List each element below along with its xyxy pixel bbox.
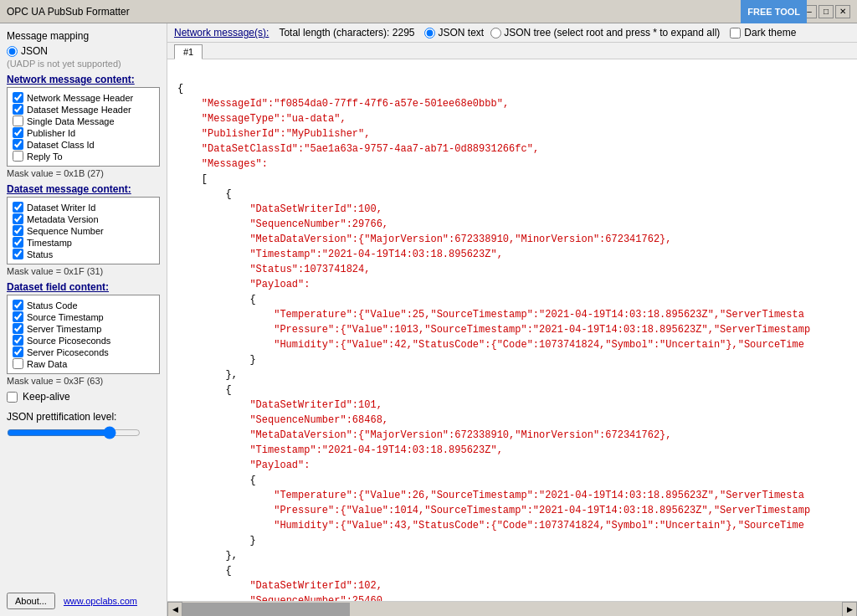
cb-publisher-id[interactable]: Publisher Id (13, 127, 154, 138)
prettification-slider[interactable] (7, 426, 141, 439)
tab-bar: #1 (167, 43, 857, 59)
website-link[interactable]: www.opclabs.com (64, 596, 137, 606)
json-radio[interactable] (7, 46, 18, 57)
network-messages-link[interactable]: Network message(s): (174, 27, 269, 38)
cb-source-picoseconds[interactable]: Source Picoseconds (13, 335, 154, 346)
hscroll-thumb[interactable] (182, 603, 350, 616)
keep-alive-row[interactable]: Keep-alive (7, 391, 160, 403)
uadp-label: (UADP is not yet supported) (7, 59, 160, 69)
dataset-field-box: Status Code Source Timestamp Server Time… (7, 295, 160, 374)
cb-network-message-header[interactable]: Network Message Header (13, 92, 154, 103)
json-radio-row[interactable]: JSON (7, 45, 160, 57)
network-message-section: Network message content: Network Message… (7, 74, 160, 178)
cb-sequence-number[interactable]: Sequence Number (13, 225, 154, 236)
titlebar-title: OPC UA PubSub Formatter (7, 6, 130, 18)
titlebar: OPC UA PubSub Formatter FREE TOOL – □ ✕ (0, 0, 857, 23)
json-text-radio[interactable] (424, 28, 435, 38)
json-tree-radio[interactable] (490, 28, 501, 38)
hscroll-track[interactable] (182, 602, 842, 617)
dataset-message-title: Dataset message content: (7, 183, 160, 195)
view-mode-group[interactable]: JSON text JSON tree (select root and pre… (424, 27, 720, 38)
json-text-radio-label[interactable]: JSON text (424, 27, 484, 38)
keep-alive-checkbox[interactable] (7, 392, 18, 403)
total-length-value: 2295 (393, 27, 415, 38)
cb-dataset-message-header[interactable]: Dataset Message Header (13, 104, 154, 115)
message-mapping-section: Message mapping JSON (UADP is not yet su… (7, 30, 160, 69)
network-message-title: Network message content: (7, 74, 160, 85)
message-mapping-label: Message mapping (7, 30, 160, 42)
prettification-section: JSON prettification level: (7, 408, 160, 445)
cb-status[interactable]: Status (13, 249, 154, 259)
left-panel: Message mapping JSON (UADP is not yet su… (0, 23, 167, 616)
cb-timestamp[interactable]: Timestamp (13, 237, 154, 248)
cb-dataset-writer-id[interactable]: Dataset Writer Id (13, 202, 154, 213)
tab-1[interactable]: #1 (174, 44, 203, 59)
content-area: { "MessageId":"f0854da0-77ff-47f6-a57e-5… (167, 59, 857, 601)
cb-reply-to[interactable]: Reply To (13, 151, 154, 162)
hscroll-left-button[interactable]: ◀ (167, 602, 182, 617)
dataset-message-box: Dataset Writer Id Metadata Version Seque… (7, 197, 160, 264)
keep-alive-label: Keep-alive (23, 391, 70, 403)
cb-single-data-message[interactable]: Single Data Message (13, 116, 154, 126)
dataset-field-title: Dataset field content: (7, 281, 160, 293)
titlebar-controls[interactable]: – □ ✕ (802, 5, 850, 18)
network-message-box: Network Message Header Dataset Message H… (7, 87, 160, 167)
json-content[interactable]: { "MessageId":"f0854da0-77ff-47f6-a57e-5… (167, 59, 857, 601)
restore-button[interactable]: □ (819, 5, 834, 18)
main-layout: Message mapping JSON (UADP is not yet su… (0, 23, 857, 616)
cb-status-code[interactable]: Status Code (13, 300, 154, 311)
toolbar: Network message(s): Total length (charac… (167, 23, 857, 43)
dataset-field-section: Dataset field content: Status Code Sourc… (7, 281, 160, 386)
cb-server-timestamp[interactable]: Server Timestamp (13, 323, 154, 334)
dataset-mask: Mask value = 0x1F (31) (7, 266, 160, 276)
dark-theme-label: Dark theme (744, 27, 796, 38)
bottom-links: About... www.opclabs.com (7, 588, 160, 609)
field-mask: Mask value = 0x3F (63) (7, 376, 160, 386)
network-mask: Mask value = 0x1B (27) (7, 168, 160, 178)
cb-metadata-version[interactable]: Metadata Version (13, 213, 154, 224)
dark-theme-checkbox[interactable] (730, 28, 741, 38)
total-length-label: Total length (characters): 2295 (279, 27, 414, 38)
close-button[interactable]: ✕ (835, 5, 850, 18)
json-tree-radio-label[interactable]: JSON tree (select root and press * to ex… (490, 27, 720, 38)
cb-server-picoseconds[interactable]: Server Picoseconds (13, 346, 154, 357)
right-panel: Network message(s): Total length (charac… (167, 23, 857, 616)
prettification-label: JSON prettification level: (7, 411, 160, 423)
free-tool-badge: FREE TOOL (741, 0, 807, 23)
cb-dataset-class-id[interactable]: Dataset Class Id (13, 139, 154, 150)
cb-source-timestamp[interactable]: Source Timestamp (13, 311, 154, 322)
about-button[interactable]: About... (7, 593, 55, 609)
hscroll-right-button[interactable]: ▶ (842, 602, 857, 617)
cb-raw-data[interactable]: Raw Data (13, 358, 154, 369)
dataset-message-section: Dataset message content: Dataset Writer … (7, 183, 160, 276)
dark-theme-row[interactable]: Dark theme (730, 27, 796, 38)
json-radio-label: JSON (21, 45, 48, 57)
slider-row[interactable] (7, 426, 160, 442)
horizontal-scrollbar[interactable]: ◀ ▶ (167, 601, 857, 616)
